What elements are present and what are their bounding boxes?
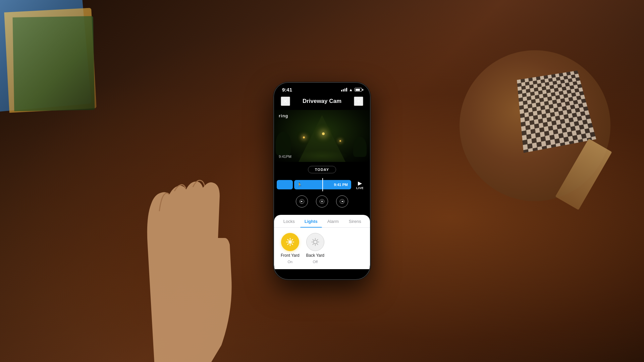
books-decoration — [0, 0, 107, 127]
camera-feed: ring 9:41PM — [274, 110, 370, 162]
tab-locks[interactable]: Locks — [278, 215, 300, 227]
bottom-panel: Locks Lights Alarm Sirens — [274, 215, 370, 269]
nav-bar: Driveway Cam — [274, 94, 370, 110]
light-off-icon — [311, 238, 320, 246]
timeline-section: TODAY 🏃 9:41 PM ▶ LIVE — [274, 162, 370, 215]
light-on-icon — [286, 238, 294, 246]
battery-fill — [356, 89, 360, 91]
settings-button[interactable] — [354, 97, 363, 106]
back-yard-name: Back Yard — [306, 253, 324, 258]
svg-rect-11 — [343, 200, 343, 202]
hand-area — [94, 144, 235, 362]
front-yard-status: On — [287, 260, 292, 264]
back-yard-light-circle — [306, 233, 324, 251]
close-button[interactable] — [281, 97, 290, 106]
front-yard-light[interactable]: Front Yard On — [281, 233, 300, 264]
svg-line-29 — [313, 244, 313, 244]
svg-rect-7 — [321, 200, 322, 202]
forward-button[interactable] — [336, 195, 348, 207]
back-yard-light[interactable]: Back Yard Off — [306, 233, 324, 264]
signal-bar-3 — [344, 88, 345, 92]
pause-button[interactable] — [316, 195, 328, 207]
tab-sirens[interactable]: Sirens — [344, 215, 366, 227]
ring-logo: ring — [279, 113, 288, 118]
battery-icon — [355, 88, 362, 92]
timeline-scrubber[interactable]: 🏃 9:41 PM ▶ LIVE — [274, 177, 370, 192]
svg-line-18 — [292, 244, 292, 244]
svg-rect-8 — [322, 200, 323, 202]
today-pill-container: TODAY — [274, 166, 370, 173]
timeline-main[interactable]: 🏃 9:41 PM — [294, 180, 351, 189]
lights-grid: Front Yard On — [274, 228, 370, 269]
svg-line-20 — [287, 244, 288, 244]
timeline-time-label: 9:41 PM — [334, 183, 348, 187]
motion-event-icon: 🏃 — [297, 182, 302, 187]
scene-light-1 — [303, 136, 305, 138]
rewind-button[interactable] — [296, 195, 308, 207]
live-label: LIVE — [356, 186, 364, 190]
timeline-segment-left — [277, 180, 293, 189]
camera-image — [274, 110, 370, 162]
nav-title: Driveway Cam — [303, 98, 341, 105]
phone-screen: 9:41 ▲ — [274, 83, 370, 279]
status-time: 9:41 — [282, 87, 292, 93]
signal-bar-4 — [346, 88, 347, 92]
scene-light-3 — [322, 132, 325, 135]
ground-glow — [295, 150, 349, 162]
svg-line-28 — [317, 239, 318, 240]
svg-point-12 — [288, 240, 292, 244]
svg-line-26 — [313, 239, 313, 240]
timeline-cursor — [322, 178, 323, 191]
phone: 9:41 ▲ — [273, 82, 371, 280]
front-yard-light-circle — [281, 233, 299, 251]
status-icons: ▲ — [341, 87, 362, 92]
svg-point-2 — [358, 101, 359, 102]
svg-point-21 — [313, 240, 317, 244]
phone-container: 9:41 ▲ — [273, 82, 371, 280]
camera-timestamp: 9:41PM — [279, 155, 291, 159]
svg-rect-5 — [301, 200, 301, 202]
today-button[interactable]: TODAY — [308, 166, 336, 173]
tab-lights[interactable]: Lights — [300, 215, 322, 227]
signal-bar-1 — [341, 90, 342, 92]
status-bar: 9:41 ▲ — [274, 83, 370, 94]
tree-right — [353, 137, 367, 157]
tabs-row: Locks Lights Alarm Sirens — [274, 215, 370, 228]
signal-bar-2 — [343, 89, 344, 92]
live-play-icon: ▶ — [358, 180, 362, 186]
live-button[interactable]: ▶ LIVE — [353, 180, 367, 190]
svg-point-6 — [320, 199, 324, 203]
tree-left — [276, 132, 291, 155]
wifi-icon: ▲ — [349, 87, 353, 92]
svg-line-19 — [292, 239, 292, 240]
back-yard-status: Off — [313, 260, 317, 264]
signal-bars — [341, 88, 347, 92]
playback-controls — [274, 192, 370, 212]
svg-line-27 — [317, 244, 318, 244]
tab-alarm[interactable]: Alarm — [322, 215, 344, 227]
svg-line-17 — [287, 239, 288, 240]
front-yard-name: Front Yard — [281, 253, 300, 258]
